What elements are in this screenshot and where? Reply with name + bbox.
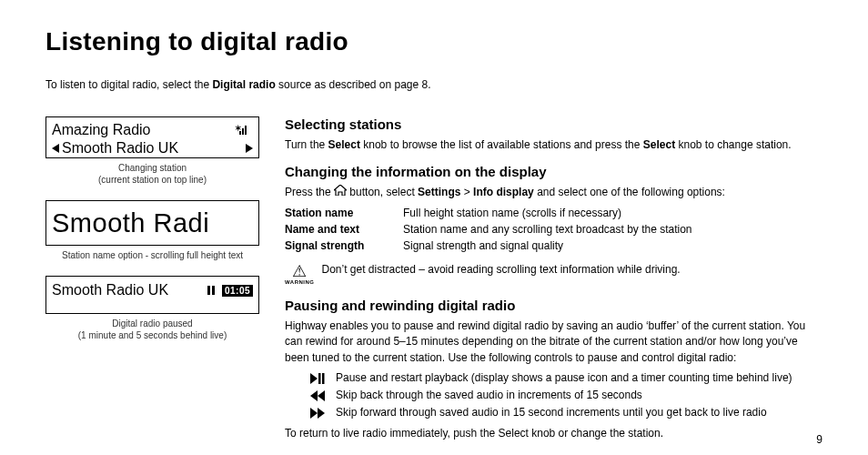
svg-marker-5 — [246, 144, 253, 153]
option-row: Station nameFull height station name (sc… — [285, 205, 823, 221]
s2-mid: button, select — [347, 186, 418, 198]
s2-gt: > — [460, 186, 473, 198]
info-display-options: Station nameFull height station name (sc… — [285, 205, 823, 254]
pause-timer: 01:05 — [222, 285, 253, 297]
svg-text:✶: ✶ — [235, 124, 242, 133]
s2-settings: Settings — [418, 186, 460, 198]
pausing-paragraph: Highway enables you to pause and rewind … — [285, 318, 823, 366]
panel1-line1: Amazing Radio — [52, 122, 151, 138]
signal-icon: ✶ — [233, 122, 253, 138]
svg-marker-14 — [310, 408, 318, 419]
intro-pre: To listen to digital radio, select the — [45, 78, 212, 91]
panel2-caption: Station name option - scrolling full hei… — [62, 249, 244, 261]
control-text: Skip back through the saved audio in inc… — [336, 387, 642, 404]
s1-mid: knob to browse the list of available sta… — [360, 138, 643, 151]
panel3-label: Smooth Radio UK — [52, 282, 202, 298]
warning-row: ⚠ WARNING Don’t get distracted – avoid r… — [285, 263, 823, 285]
page-title: Listening to digital radio — [45, 27, 823, 56]
s1-pre: Turn the — [285, 138, 328, 151]
svg-marker-12 — [310, 390, 318, 401]
panel2-text: Smooth Radi — [52, 208, 209, 238]
panel1-line2: Smooth Radio UK — [62, 140, 178, 157]
option-row: Signal strengthSignal strength and signa… — [285, 238, 823, 254]
skip-forward-icon — [308, 408, 327, 419]
option-val: Full height station name (scrolls if nec… — [403, 205, 823, 221]
svg-marker-2 — [245, 126, 247, 135]
svg-marker-9 — [310, 373, 318, 384]
heading-pausing: Pausing and rewinding digital radio — [285, 298, 823, 313]
control-text: Skip forward through saved audio in 15 s… — [336, 404, 767, 421]
intro-post: source as described on page 8. — [276, 78, 431, 91]
s1-kw1: Select — [328, 138, 360, 151]
svg-rect-11 — [322, 373, 325, 384]
warning-text: Don’t get distracted – avoid reading scr… — [322, 263, 681, 276]
selecting-stations-text: Turn the Select knob to browse the list … — [285, 137, 823, 153]
control-row: Skip back through the saved audio in inc… — [308, 387, 823, 404]
page-number: 9 — [816, 433, 823, 446]
control-text: Pause and restart playback (display show… — [336, 369, 792, 387]
right-column: Selecting stations Turn the Select knob … — [285, 116, 823, 452]
option-key: Signal strength — [285, 238, 403, 254]
s2-info: Info display — [473, 186, 534, 198]
svg-rect-6 — [207, 286, 210, 295]
option-key: Name and text — [285, 221, 403, 238]
warning-label: WARNING — [285, 279, 315, 285]
s2-pre: Press the — [285, 186, 334, 198]
changing-info-lead: Press the button, select Settings > Info… — [285, 185, 823, 200]
display-panel-station-name: Smooth Radi — [45, 200, 259, 246]
intro-bold: Digital radio — [212, 78, 275, 91]
option-row: Name and textStation name and any scroll… — [285, 221, 823, 238]
control-row: Skip forward through saved audio in 15 s… — [308, 404, 823, 421]
s1-post: knob to change station. — [675, 138, 791, 151]
control-row: Pause and restart playback (display show… — [308, 369, 823, 387]
left-column: Amazing Radio ✶ Smooth Radio UK — [45, 116, 259, 452]
svg-marker-8 — [334, 185, 347, 196]
warning-icon: ⚠ WARNING — [285, 263, 315, 285]
option-val: Signal strength and signal quality — [403, 238, 823, 254]
svg-marker-13 — [318, 390, 325, 401]
intro-paragraph: To listen to digital radio, select the D… — [45, 78, 823, 91]
panel3-caption: Digital radio paused (1 minute and 5 sec… — [62, 318, 244, 341]
heading-changing-info: Changing the information on the display — [285, 164, 823, 179]
svg-marker-4 — [52, 144, 59, 153]
home-icon — [334, 185, 347, 200]
return-to-live: To return to live radio immediately, pus… — [285, 426, 823, 441]
s1-kw2: Select — [643, 138, 675, 151]
display-panel-paused: Smooth Radio UK 01:05 — [45, 276, 259, 314]
option-key: Station name — [285, 205, 403, 221]
heading-selecting-stations: Selecting stations — [285, 116, 823, 132]
display-panel-changing-station: Amazing Radio ✶ Smooth Radio UK — [45, 116, 259, 158]
svg-marker-1 — [242, 128, 244, 135]
svg-rect-7 — [212, 286, 215, 295]
s2-post: and select one of the following options: — [534, 186, 725, 198]
pause-icon — [207, 282, 217, 298]
option-val: Station name and any scrolling text broa… — [403, 221, 823, 238]
panel1-caption: Changing station (current station on top… — [62, 162, 244, 186]
skip-back-icon — [308, 390, 327, 401]
svg-rect-10 — [318, 373, 321, 384]
svg-marker-15 — [318, 408, 325, 419]
arrow-left-icon — [52, 140, 59, 157]
play-pause-icon — [308, 373, 327, 384]
arrow-right-icon — [246, 140, 253, 157]
